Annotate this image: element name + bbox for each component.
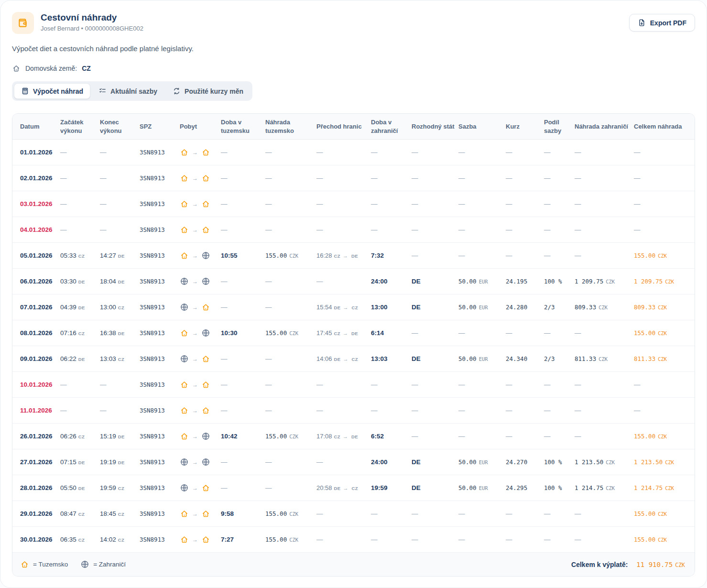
cell-zacatek-vykonu: — bbox=[60, 191, 100, 217]
cell-celkem-nahrada: 155.00CZK bbox=[634, 527, 695, 553]
cell-prechod-hranic: 20:58DE→CZ bbox=[316, 475, 371, 501]
cell-doba-v-tuzemsku: 10:55 bbox=[221, 243, 265, 269]
cell-prechod-hranic: — bbox=[316, 269, 371, 294]
home-country-row: Domovská země: CZ bbox=[12, 64, 695, 73]
total-label: Celkem k výplatě: bbox=[571, 561, 628, 568]
cell-doba-v-tuzemsku: — bbox=[221, 294, 265, 320]
tab-label: Použité kurzy měn bbox=[185, 87, 243, 95]
table-row: 05.01.202605:33CZ14:27DE3SN8913→10:55155… bbox=[12, 243, 695, 269]
cell-prechod-hranic: 16:28CZ→DE bbox=[316, 243, 371, 269]
cell-celkem-nahrada: 1 214.75CZK bbox=[634, 475, 695, 501]
cell-prechod-hranic: 14:06DE→CZ bbox=[316, 346, 371, 372]
cell-doba-v-tuzemsku: 10:42 bbox=[221, 424, 265, 449]
globe-icon bbox=[180, 457, 189, 467]
cell-pobyt: → bbox=[180, 372, 221, 398]
home-icon bbox=[12, 64, 21, 73]
cell-datum: 05.01.2026 bbox=[12, 243, 60, 269]
cell-konec-vykonu: — bbox=[100, 165, 140, 191]
cell-datum: 29.01.2026 bbox=[12, 501, 60, 527]
cell-doba-v-zahranici: — bbox=[371, 217, 412, 243]
cell-spz: 3SN8913 bbox=[140, 294, 180, 320]
cell-spz: 3SN8913 bbox=[140, 475, 180, 501]
cell-celkem-nahrada: 1 209.75CZK bbox=[634, 269, 695, 294]
cell-doba-v-tuzemsku: — bbox=[221, 475, 265, 501]
cell-zacatek-vykonu: — bbox=[60, 372, 100, 398]
cell-doba-v-tuzemsku: — bbox=[221, 372, 265, 398]
column-header: Doba v zahraničí bbox=[371, 114, 412, 140]
cell-doba-v-tuzemsku: 9:58 bbox=[221, 501, 265, 527]
legend: = Tuzemsko= Zahraničí bbox=[20, 560, 126, 569]
cell-spz: 3SN8913 bbox=[140, 398, 180, 424]
cell-datum: 02.01.2026 bbox=[12, 165, 60, 191]
tab-2[interactable]: Použité kurzy měn bbox=[165, 83, 250, 99]
cell-prechod-hranic: 17:45CZ→DE bbox=[316, 320, 371, 346]
cell-prechod-hranic: 15:54DE→CZ bbox=[316, 294, 371, 320]
cell-pobyt: → bbox=[180, 424, 221, 449]
cell-zacatek-vykonu: 07:15DE bbox=[60, 449, 100, 475]
cell-konec-vykonu: 18:04DE bbox=[100, 269, 140, 294]
cell-datum: 28.01.2026 bbox=[12, 475, 60, 501]
cell-doba-v-tuzemsku: 7:27 bbox=[221, 527, 265, 553]
table-row: 07.01.202604:39DE13:00CZ3SN8913→——15:54D… bbox=[12, 294, 695, 320]
cell-sazba: — bbox=[458, 501, 506, 527]
cell-kurz: 24.295 bbox=[506, 475, 544, 501]
cell-doba-v-zahranici: — bbox=[371, 191, 412, 217]
table-row: 28.01.202605:50DE19:59CZ3SN8913→——20:58D… bbox=[12, 475, 695, 501]
cell-nahrada-zahranici: — bbox=[575, 217, 634, 243]
cell-kurz: 24.340 bbox=[506, 346, 544, 372]
cell-datum: 11.01.2026 bbox=[12, 398, 60, 424]
table-row: 01.01.2026——3SN8913→—————————— bbox=[12, 140, 695, 165]
page-subtitle: Josef Bernard • 0000000008GHE002 bbox=[41, 25, 143, 32]
cell-nahrada-tuzemsko: — bbox=[265, 140, 316, 165]
home-icon bbox=[180, 509, 189, 518]
cell-nahrada-zahranici: — bbox=[575, 527, 634, 553]
table-row: 29.01.202608:47CZ18:45CZ3SN8913→9:58155.… bbox=[12, 501, 695, 527]
cell-podil-sazby: — bbox=[544, 372, 575, 398]
legend-item: = Zahraničí bbox=[80, 560, 126, 569]
home-icon bbox=[201, 225, 210, 234]
home-icon bbox=[201, 354, 210, 363]
cell-zacatek-vykonu: 06:22DE bbox=[60, 346, 100, 372]
cell-nahrada-zahranici: — bbox=[575, 372, 634, 398]
cell-konec-vykonu: — bbox=[100, 398, 140, 424]
cell-prechod-hranic: — bbox=[316, 217, 371, 243]
tab-0[interactable]: Výpočet náhrad bbox=[14, 83, 90, 99]
table-row: 08.01.202607:16CZ16:38DE3SN8913→10:30155… bbox=[12, 320, 695, 346]
cell-doba-v-zahranici: — bbox=[371, 165, 412, 191]
home-icon bbox=[180, 199, 189, 208]
cell-pobyt: → bbox=[180, 527, 221, 553]
tab-label: Výpočet náhrad bbox=[33, 87, 83, 95]
cell-nahrada-tuzemsko: — bbox=[265, 269, 316, 294]
cell-kurz: 24.270 bbox=[506, 449, 544, 475]
cell-podil-sazby: — bbox=[544, 424, 575, 449]
column-header: Začátek výkonu bbox=[60, 114, 100, 140]
home-icon bbox=[201, 535, 210, 544]
tab-1[interactable]: Aktuální sazby bbox=[91, 83, 164, 99]
wallet-icon bbox=[12, 12, 34, 34]
cell-prechod-hranic: — bbox=[316, 140, 371, 165]
cell-sazba: — bbox=[458, 243, 506, 269]
cell-nahrada-tuzemsko: — bbox=[265, 475, 316, 501]
cell-prechod-hranic: — bbox=[316, 191, 371, 217]
cell-doba-v-zahranici: — bbox=[371, 501, 412, 527]
cell-rozhodny-stat: DE bbox=[412, 449, 458, 475]
cell-konec-vykonu: 14:27DE bbox=[100, 243, 140, 269]
export-pdf-button[interactable]: Export PDF bbox=[629, 14, 695, 32]
cell-kurz: — bbox=[506, 398, 544, 424]
cell-rozhodny-stat: DE bbox=[412, 294, 458, 320]
cell-spz: 3SN8913 bbox=[140, 320, 180, 346]
cell-pobyt: → bbox=[180, 320, 221, 346]
cell-datum: 26.01.2026 bbox=[12, 424, 60, 449]
home-icon bbox=[201, 174, 210, 183]
column-header: Náhrada tuzemsko bbox=[265, 114, 316, 140]
home-country-label: Domovská země: bbox=[25, 65, 77, 72]
column-header: Podíl sazby bbox=[544, 114, 575, 140]
home-icon bbox=[180, 380, 189, 389]
home-icon bbox=[201, 406, 210, 415]
cell-doba-v-tuzemsku: — bbox=[221, 269, 265, 294]
cell-sazba: 50.00EUR bbox=[458, 449, 506, 475]
cell-sazba: — bbox=[458, 165, 506, 191]
table-row: 02.01.2026——3SN8913→—————————— bbox=[12, 165, 695, 191]
cell-kurz: — bbox=[506, 320, 544, 346]
cell-spz: 3SN8913 bbox=[140, 372, 180, 398]
